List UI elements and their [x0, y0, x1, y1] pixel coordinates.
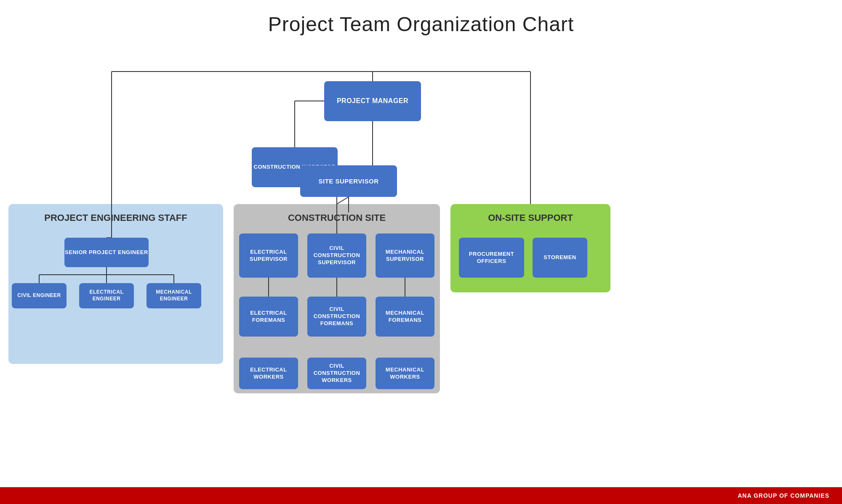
box-civil-construction-workers: CIVIL CONSTRUCTION WORKERS [307, 358, 366, 389]
box-civil-engineer: CIVIL ENGINEER [12, 283, 67, 308]
box-storemen: STOREMEN [533, 238, 587, 278]
box-electrical-workers: ELECTRICAL WORKERS [239, 358, 298, 389]
box-site-supervisor: SITE SUPERVISOR [300, 165, 397, 197]
box-mechanical-foremans: MECHANICAL FOREMANS [376, 297, 434, 337]
box-senior-project-engineer: SENIOR PROJECT ENGINEER [64, 238, 149, 267]
svg-line-9 [337, 197, 349, 204]
box-civil-construction-foremans: CIVIL CONSTRUCTION FOREMANS [307, 297, 366, 337]
box-electrical-engineer: ELECTRICAL ENGINEER [79, 283, 134, 308]
box-mechanical-supervisor: MECHANICAL SUPERVISOR [376, 233, 434, 278]
box-mechanical-workers: MECHANICAL WORKERS [376, 358, 434, 389]
footer: ANA GROUP OF COMPANIES [0, 487, 842, 504]
box-mechanical-engineer: MECHANICAL ENGINEER [147, 283, 201, 308]
box-project-manager: PROJECT MANAGER [324, 81, 421, 121]
box-electrical-supervisor: ELECTRICAL SUPERVISOR [239, 233, 298, 278]
footer-text: ANA GROUP OF COMPANIES [738, 492, 829, 499]
page-title: Project Team Organization Chart [0, 0, 842, 40]
section-construction-label: CONSTRUCTION SITE [244, 212, 429, 223]
box-procurement-officers: PROCUREMENT OFFICERS [459, 238, 524, 278]
box-electrical-foremans: ELECTRICAL FOREMANS [239, 297, 298, 337]
box-civil-construction-supervisor: CIVIL CONSTRUCTION SUPERVISOR [307, 233, 366, 278]
section-support-label: ON-SITE SUPPORT [455, 212, 606, 223]
section-engineering-label: PROJECT ENGINEERING STAFF [21, 212, 210, 223]
